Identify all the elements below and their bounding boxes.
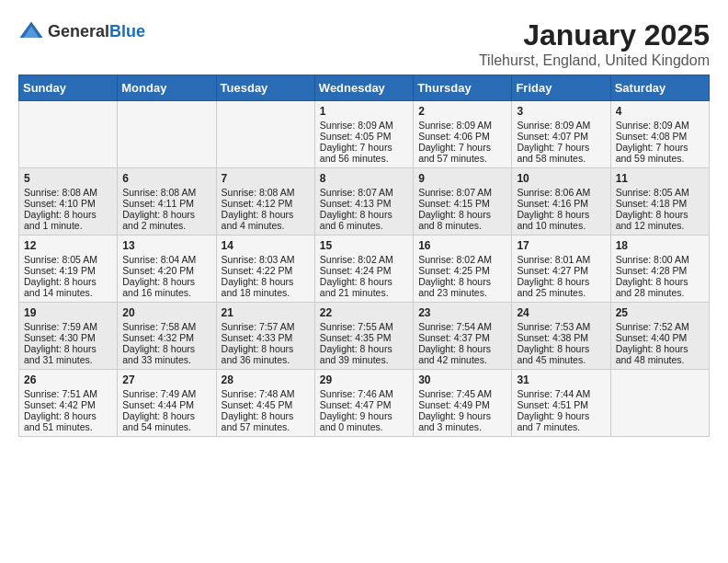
day-info-line: Daylight: 8 hours <box>122 209 210 220</box>
day-info-line: Sunrise: 8:00 AM <box>616 254 704 265</box>
day-number: 16 <box>418 239 506 252</box>
day-info-line: Sunset: 4:12 PM <box>222 198 310 209</box>
day-info-line: Sunrise: 8:01 AM <box>517 254 605 265</box>
day-info-line: Sunset: 4:47 PM <box>320 399 408 410</box>
day-info-line: and 54 minutes. <box>122 421 210 432</box>
day-info-line: Sunrise: 7:45 AM <box>418 388 506 399</box>
day-info-line: Sunset: 4:40 PM <box>616 332 704 343</box>
day-info-line: and 58 minutes. <box>517 153 605 164</box>
calendar-day-cell: 3Sunrise: 8:09 AMSunset: 4:07 PMDaylight… <box>512 101 610 168</box>
logo-blue-text: Blue <box>109 22 145 40</box>
calendar-day-cell: 17Sunrise: 8:01 AMSunset: 4:27 PMDayligh… <box>512 236 610 303</box>
day-number: 14 <box>222 239 310 252</box>
day-info-line: and 56 minutes. <box>320 153 408 164</box>
calendar-day-cell: 12Sunrise: 8:05 AMSunset: 4:19 PMDayligh… <box>19 236 118 303</box>
day-info-line: and 2 minutes. <box>122 220 210 231</box>
weekday-header-thursday: Thursday <box>414 75 512 101</box>
day-info-line: Sunrise: 8:06 AM <box>517 187 605 198</box>
day-number: 7 <box>222 172 310 185</box>
day-info-line: Sunset: 4:45 PM <box>222 399 310 410</box>
calendar-day-cell: 2Sunrise: 8:09 AMSunset: 4:06 PMDaylight… <box>414 101 512 168</box>
day-info-line: and 25 minutes. <box>517 287 605 298</box>
day-number: 3 <box>517 105 605 118</box>
day-info-line: Daylight: 8 hours <box>24 410 112 421</box>
day-info-line: and 1 minute. <box>24 220 112 231</box>
day-info-line: and 45 minutes. <box>517 354 605 365</box>
day-info-line: and 33 minutes. <box>122 354 210 365</box>
day-number: 17 <box>517 239 605 252</box>
calendar-day-cell: 5Sunrise: 8:08 AMSunset: 4:10 PMDaylight… <box>19 168 118 236</box>
day-info-line: Daylight: 8 hours <box>517 276 605 287</box>
day-info-line: Sunset: 4:08 PM <box>616 131 704 142</box>
day-info-line: Sunrise: 8:02 AM <box>418 254 506 265</box>
calendar-day-cell: 7Sunrise: 8:08 AMSunset: 4:12 PMDaylight… <box>216 168 314 236</box>
day-info-line: Sunset: 4:33 PM <box>222 332 310 343</box>
day-info-line: Sunset: 4:19 PM <box>24 265 112 276</box>
day-number: 4 <box>616 105 704 118</box>
day-info-line: Sunrise: 8:05 AM <box>24 254 112 265</box>
day-number: 23 <box>418 306 506 319</box>
calendar-day-cell: 30Sunrise: 7:45 AMSunset: 4:49 PMDayligh… <box>414 370 512 437</box>
calendar-day-cell: 28Sunrise: 7:48 AMSunset: 4:45 PMDayligh… <box>216 370 314 437</box>
day-info-line: and 18 minutes. <box>222 287 310 298</box>
day-info-line: Sunset: 4:06 PM <box>418 131 506 142</box>
day-info-line: Sunrise: 7:49 AM <box>122 388 210 399</box>
day-info-line: Daylight: 8 hours <box>222 343 310 354</box>
calendar-week-row: 5Sunrise: 8:08 AMSunset: 4:10 PMDaylight… <box>19 168 710 236</box>
day-info-line: Daylight: 8 hours <box>222 276 310 287</box>
day-info-line: and 23 minutes. <box>418 287 506 298</box>
day-info-line: Sunset: 4:11 PM <box>122 198 210 209</box>
day-info-line: Daylight: 8 hours <box>122 276 210 287</box>
day-number: 5 <box>24 172 112 185</box>
day-info-line: Sunset: 4:13 PM <box>320 198 408 209</box>
calendar-day-cell: 29Sunrise: 7:46 AMSunset: 4:47 PMDayligh… <box>314 370 413 437</box>
day-number: 29 <box>320 373 408 386</box>
day-info-line: Sunrise: 7:59 AM <box>24 321 112 332</box>
day-info-line: and 59 minutes. <box>616 153 704 164</box>
day-number: 30 <box>418 373 506 386</box>
title-block: January 2025 Tilehurst, England, United … <box>479 18 710 69</box>
calendar-day-cell: 26Sunrise: 7:51 AMSunset: 4:42 PMDayligh… <box>19 370 118 437</box>
day-number: 13 <box>122 239 210 252</box>
day-info-line: and 51 minutes. <box>24 421 112 432</box>
day-info-line: and 48 minutes. <box>616 354 704 365</box>
day-info-line: Sunset: 4:35 PM <box>320 332 408 343</box>
day-info-line: Daylight: 8 hours <box>616 343 704 354</box>
main-title: January 2025 <box>479 18 710 52</box>
day-info-line: Sunrise: 7:53 AM <box>517 321 605 332</box>
day-info-line: Sunset: 4:28 PM <box>616 265 704 276</box>
day-info-line: and 57 minutes. <box>222 421 310 432</box>
day-info-line: Daylight: 8 hours <box>616 209 704 220</box>
day-info-line: and 21 minutes. <box>320 287 408 298</box>
day-info-line: Daylight: 8 hours <box>122 410 210 421</box>
day-info-line: Sunset: 4:49 PM <box>418 399 506 410</box>
calendar-day-cell: 13Sunrise: 8:04 AMSunset: 4:20 PMDayligh… <box>118 236 216 303</box>
day-number: 27 <box>122 373 210 386</box>
calendar-day-cell: 24Sunrise: 7:53 AMSunset: 4:38 PMDayligh… <box>512 303 610 370</box>
calendar-day-cell <box>118 101 216 168</box>
day-info-line: Sunset: 4:15 PM <box>418 198 506 209</box>
day-info-line: Sunrise: 8:08 AM <box>222 187 310 198</box>
weekday-header-wednesday: Wednesday <box>314 75 413 101</box>
weekday-header-row: SundayMondayTuesdayWednesdayThursdayFrid… <box>19 75 710 101</box>
day-info-line: Sunrise: 8:03 AM <box>222 254 310 265</box>
day-info-line: Sunrise: 7:58 AM <box>122 321 210 332</box>
day-info-line: Daylight: 9 hours <box>418 410 506 421</box>
weekday-header-saturday: Saturday <box>610 75 709 101</box>
day-info-line: Daylight: 8 hours <box>24 343 112 354</box>
day-number: 10 <box>517 172 605 185</box>
weekday-header-monday: Monday <box>118 75 216 101</box>
day-number: 21 <box>222 306 310 319</box>
day-info-line: Sunrise: 7:46 AM <box>320 388 408 399</box>
day-info-line: and 4 minutes. <box>222 220 310 231</box>
page-header: GeneralBlue January 2025 Tilehurst, Engl… <box>18 18 710 69</box>
day-number: 28 <box>222 373 310 386</box>
day-info-line: Sunset: 4:22 PM <box>222 265 310 276</box>
day-info-line: Sunrise: 8:05 AM <box>616 187 704 198</box>
logo-icon <box>18 18 44 44</box>
day-info-line: Sunrise: 8:08 AM <box>24 187 112 198</box>
day-info-line: Sunrise: 7:48 AM <box>222 388 310 399</box>
day-info-line: Sunrise: 8:09 AM <box>320 120 408 131</box>
day-info-line: Daylight: 7 hours <box>418 142 506 153</box>
logo-general-text: General <box>48 22 109 40</box>
